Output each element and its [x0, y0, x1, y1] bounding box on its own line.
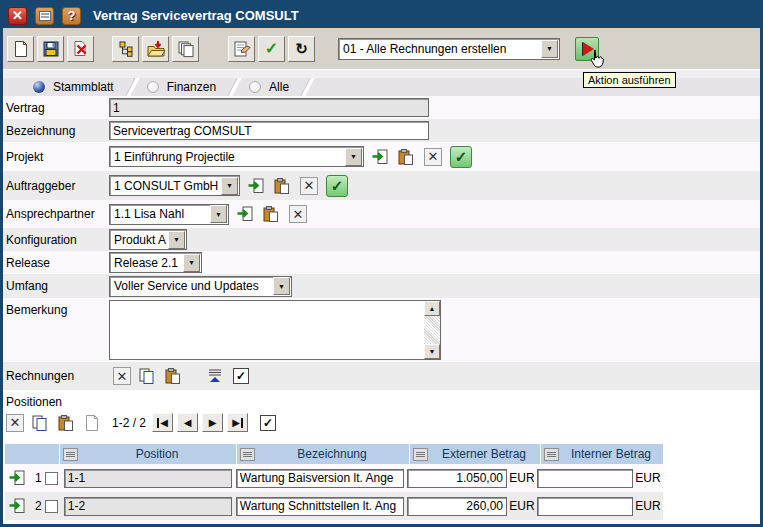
- check-icon: ✓: [265, 39, 278, 58]
- window-icon[interactable]: [35, 7, 54, 25]
- auftraggeber-paste-button[interactable]: [272, 176, 292, 196]
- edit-form-button[interactable]: [228, 36, 255, 62]
- interner-betrag-cell[interactable]: [537, 497, 633, 516]
- positionen-section: Positionen ✕: [3, 390, 760, 436]
- tab-finanzen[interactable]: Finanzen: [141, 78, 226, 96]
- confirm-button[interactable]: ✓: [258, 36, 285, 62]
- ansprechpartner-clear-button[interactable]: ✕: [289, 205, 307, 223]
- close-icon[interactable]: ✕: [8, 7, 27, 25]
- vertrag-field[interactable]: [109, 98, 429, 117]
- chevron-down-icon[interactable]: ▼: [273, 277, 290, 295]
- currency-label: EUR: [507, 471, 537, 485]
- auftraggeber-goto-button[interactable]: [246, 176, 266, 196]
- tab-alle-label: Alle: [269, 80, 289, 94]
- positionen-delete-button[interactable]: ✕: [6, 414, 24, 432]
- ansprechpartner-label: Ansprechpartner: [3, 207, 109, 221]
- position-cell[interactable]: [64, 469, 232, 488]
- row-ansprechpartner: Ansprechpartner 1.1 Lisa Nahl ▼ ✕: [3, 200, 760, 228]
- release-select[interactable]: Release 2.1 ▼: [109, 252, 202, 273]
- rechnungen-delete-button[interactable]: ✕: [113, 367, 131, 385]
- chevron-down-icon[interactable]: ▼: [221, 177, 238, 195]
- copy-icon: [138, 367, 156, 385]
- externer-betrag-cell[interactable]: [407, 497, 507, 516]
- action-select[interactable]: 01 - Alle Rechnungen erstellen ▼: [338, 38, 560, 60]
- interner-betrag-cell[interactable]: [537, 469, 633, 488]
- ansprechpartner-select[interactable]: 1.1 Lisa Nahl ▼: [109, 204, 229, 225]
- projekt-goto-button[interactable]: [370, 147, 390, 167]
- positionen-paste-button[interactable]: [56, 413, 76, 433]
- ansprechpartner-select-value: 1.1 Lisa Nahl: [110, 207, 209, 221]
- last-page-button[interactable]: ▶: [227, 413, 248, 432]
- column-menu-icon[interactable]: [413, 448, 428, 461]
- rechnungen-paste-button[interactable]: [163, 366, 183, 386]
- row-goto-button[interactable]: [7, 468, 27, 488]
- rechnungen-copy-button[interactable]: [137, 366, 157, 386]
- last-page-icon: [241, 418, 243, 428]
- refresh-button[interactable]: ↻: [288, 36, 315, 62]
- prev-page-icon: ◀: [184, 417, 192, 428]
- chevron-down-icon[interactable]: ▼: [210, 205, 227, 223]
- tab-separator: [227, 78, 242, 96]
- row-goto-button[interactable]: [7, 496, 27, 516]
- row-checkbox[interactable]: [45, 500, 58, 513]
- positionen-label: Positionen: [6, 390, 760, 409]
- projekt-clear-button[interactable]: ✕: [424, 148, 442, 166]
- row-number: 1: [30, 471, 42, 485]
- column-menu-icon[interactable]: [63, 448, 78, 461]
- scroll-down-icon[interactable]: ▼: [424, 344, 440, 359]
- first-page-button[interactable]: ◀: [152, 413, 173, 432]
- tab-alle[interactable]: Alle: [243, 78, 299, 96]
- auftraggeber-ok-button[interactable]: ✓: [326, 175, 348, 197]
- copy-button[interactable]: [172, 36, 199, 62]
- positionen-checkbox-icon[interactable]: ✓: [260, 415, 276, 431]
- auftraggeber-select[interactable]: 1 CONSULT GmbH ▼: [109, 175, 240, 196]
- column-menu-icon[interactable]: [544, 448, 559, 461]
- positionen-copy-button[interactable]: [30, 413, 50, 433]
- bezeichnung-field[interactable]: [109, 121, 429, 140]
- position-cell[interactable]: [64, 497, 232, 516]
- bemerkung-scrollbar[interactable]: ▲ ▼: [424, 301, 440, 359]
- tab-stammblatt[interactable]: Stammblatt: [27, 78, 124, 96]
- goto-icon: [8, 469, 26, 487]
- ansprechpartner-paste-button[interactable]: [261, 204, 281, 224]
- inactive-tab-icon: [249, 81, 261, 93]
- window-pane-icon: [39, 11, 51, 21]
- bezeichnung-cell[interactable]: [236, 469, 404, 488]
- bezeichnung-cell[interactable]: [236, 497, 404, 516]
- prev-page-button[interactable]: ◀: [177, 413, 198, 432]
- inactive-tab-icon: [147, 81, 159, 93]
- next-page-button[interactable]: ▶: [202, 413, 223, 432]
- row-checkbox[interactable]: [45, 472, 58, 485]
- projekt-select[interactable]: 1 Einführung Projectile ▼: [109, 146, 364, 167]
- konfiguration-select[interactable]: Produkt A ▼: [109, 229, 187, 250]
- help-icon[interactable]: ?: [62, 7, 81, 25]
- ansprechpartner-goto-button[interactable]: [235, 204, 255, 224]
- import-button[interactable]: [142, 36, 169, 62]
- chevron-down-icon[interactable]: ▼: [183, 254, 200, 272]
- active-tab-icon: [33, 81, 45, 93]
- chevron-down-icon[interactable]: ▼: [345, 148, 362, 166]
- goto-icon: [236, 205, 254, 223]
- rechnungen-checkbox-icon[interactable]: ✓: [233, 368, 249, 384]
- chevron-down-icon[interactable]: ▼: [168, 231, 185, 249]
- column-menu-icon[interactable]: [240, 448, 255, 461]
- projekt-paste-button[interactable]: [396, 147, 416, 167]
- row-rechnungen: Rechnungen ✕ ✓: [3, 362, 760, 390]
- row-konfiguration: Konfiguration Produkt A ▼: [3, 228, 760, 251]
- bemerkung-field[interactable]: [110, 301, 424, 359]
- row-projekt: Projekt 1 Einführung Projectile ▼ ✕ ✓: [3, 142, 760, 171]
- hierarchy-button[interactable]: [112, 36, 139, 62]
- save-button[interactable]: [37, 36, 64, 62]
- rechnungen-list-button[interactable]: [205, 366, 225, 386]
- positionen-toolbar: ✕ 1-2 / 2: [6, 409, 760, 436]
- delete-document-button[interactable]: [67, 36, 94, 62]
- new-document-button[interactable]: [7, 36, 34, 62]
- auftraggeber-clear-button[interactable]: ✕: [300, 177, 318, 195]
- projekt-ok-button[interactable]: ✓: [450, 146, 472, 168]
- scroll-up-icon[interactable]: ▲: [424, 301, 440, 316]
- positionen-new-button[interactable]: [82, 413, 102, 433]
- row-bemerkung: Bemerkung ▲ ▼: [3, 298, 760, 362]
- umfang-select[interactable]: Voller Service und Updates ▼: [109, 276, 292, 297]
- chevron-down-icon[interactable]: ▼: [541, 40, 558, 58]
- externer-betrag-cell[interactable]: [407, 469, 507, 488]
